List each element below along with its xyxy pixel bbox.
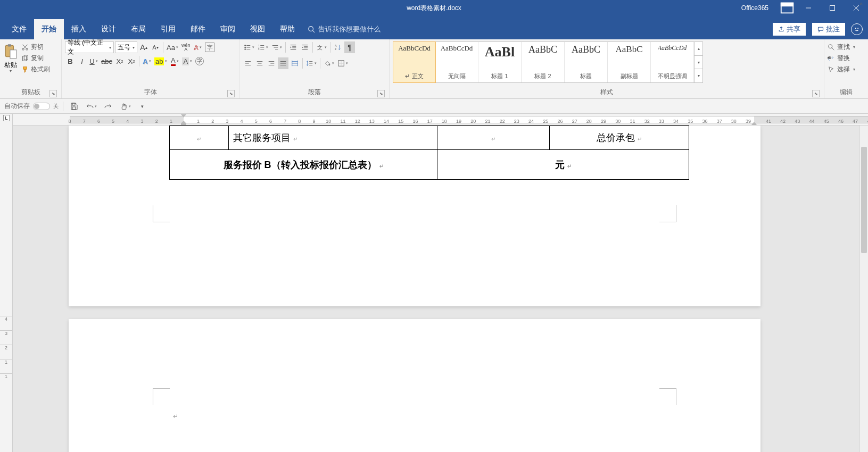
tab-布局[interactable]: 布局 bbox=[123, 19, 153, 39]
tab-邮件[interactable]: 邮件 bbox=[183, 19, 213, 39]
paste-button[interactable]: 粘贴 ▾ bbox=[3, 41, 21, 73]
bullets-button[interactable] bbox=[243, 41, 255, 53]
scroll-down-icon[interactable]: ▾ bbox=[695, 56, 702, 70]
tab-引用[interactable]: 引用 bbox=[153, 19, 183, 39]
hanging-indent-marker[interactable] bbox=[181, 121, 186, 125]
cut-button[interactable]: 剪切 bbox=[21, 43, 50, 52]
find-button[interactable]: 查找▾ bbox=[828, 43, 855, 52]
align-left-button[interactable] bbox=[243, 57, 253, 69]
table-cell[interactable]: 元 ↵ bbox=[437, 150, 689, 180]
document-table[interactable]: ↵ 其它服务项目 ↵ ↵ 总价承包 ↵ 服务报价 B（转入投标报价汇总表） ↵ … bbox=[169, 125, 689, 180]
ribbon-display-options-icon[interactable] bbox=[779, 0, 795, 16]
shrink-font-button[interactable]: A▾ bbox=[150, 41, 161, 53]
align-center-button[interactable] bbox=[254, 57, 265, 69]
page-2[interactable]: ↵ bbox=[69, 319, 760, 452]
font-launcher[interactable]: ⬊ bbox=[227, 90, 235, 97]
asian-layout-button[interactable]: 文 bbox=[315, 41, 328, 53]
table-cell[interactable]: ↵ bbox=[170, 126, 229, 150]
feedback-smiley-icon[interactable] bbox=[851, 23, 863, 35]
comment-button[interactable]: 批注 bbox=[812, 22, 846, 36]
touch-mode-button[interactable] bbox=[119, 100, 131, 113]
table-row[interactable]: 服务报价 B（转入投标报价汇总表） ↵ 元 ↵ bbox=[170, 150, 689, 180]
undo-button[interactable] bbox=[85, 100, 97, 113]
autosave-toggle[interactable]: 自动保存 关 bbox=[4, 102, 59, 111]
table-cell[interactable]: 总价承包 ↵ bbox=[550, 126, 689, 150]
bold-button[interactable]: B bbox=[65, 55, 76, 67]
distributed-button[interactable] bbox=[290, 57, 300, 69]
expand-gallery-icon[interactable]: ▾ bbox=[695, 69, 702, 82]
paragraph-launcher[interactable]: ⬊ bbox=[377, 90, 385, 97]
numbering-button[interactable]: 123 bbox=[257, 41, 269, 53]
highlight-button[interactable]: ab bbox=[153, 55, 168, 67]
clear-formatting-button[interactable]: A̷ bbox=[192, 41, 203, 53]
style-标题[interactable]: AaBbC标题 bbox=[565, 42, 608, 82]
style-标题 1[interactable]: AaBl标题 1 bbox=[478, 42, 522, 82]
underline-button[interactable]: U bbox=[88, 55, 99, 67]
styles-launcher[interactable]: ⬊ bbox=[812, 90, 820, 97]
first-line-indent-marker[interactable] bbox=[181, 114, 186, 118]
gallery-scroll[interactable]: ▴▾▾ bbox=[694, 42, 702, 82]
replace-button[interactable]: ab替换 bbox=[828, 54, 850, 63]
select-button[interactable]: 选择▾ bbox=[828, 65, 855, 74]
text-effects-button[interactable]: A bbox=[142, 55, 152, 67]
shading-button[interactable] bbox=[323, 57, 335, 69]
table-cell[interactable]: 服务报价 B（转入投标报价汇总表） ↵ bbox=[170, 150, 437, 180]
styles-gallery[interactable]: AaBbCcDd↵ 正文AaBbCcDd无间隔AaBl标题 1AaBbC标题 2… bbox=[393, 41, 703, 83]
copy-button[interactable]: 复制 bbox=[21, 54, 50, 63]
change-case-button[interactable]: Aa bbox=[166, 41, 179, 53]
share-button[interactable]: 共享 bbox=[772, 22, 806, 36]
strikethrough-button[interactable]: abc bbox=[100, 55, 113, 67]
tab-设计[interactable]: 设计 bbox=[94, 19, 123, 39]
tell-me-search[interactable]: 告诉我你想要做什么 bbox=[302, 24, 386, 39]
tab-插入[interactable]: 插入 bbox=[64, 19, 94, 39]
table-row[interactable]: ↵ 其它服务项目 ↵ ↵ 总价承包 ↵ bbox=[170, 126, 689, 150]
font-name-combo[interactable]: 等线 (中文正文▾ bbox=[65, 41, 114, 53]
style-无间隔[interactable]: AaBbCcDd无间隔 bbox=[435, 42, 478, 82]
redo-button[interactable] bbox=[102, 100, 114, 113]
minimize-button[interactable] bbox=[796, 0, 820, 16]
character-shading-button[interactable]: A bbox=[181, 55, 193, 67]
tab-开始[interactable]: 开始 bbox=[34, 19, 64, 39]
right-indent-marker[interactable] bbox=[751, 122, 757, 125]
style-副标题[interactable]: AaBbC副标题 bbox=[608, 42, 651, 82]
tab-stop-selector[interactable]: L bbox=[3, 115, 10, 121]
enclose-characters-button[interactable]: 字 bbox=[204, 41, 216, 53]
justify-button[interactable] bbox=[278, 57, 288, 69]
vertical-ruler[interactable]: L 43211 bbox=[0, 114, 13, 452]
subscript-button[interactable]: X2 bbox=[114, 55, 125, 67]
tab-审阅[interactable]: 审阅 bbox=[213, 19, 243, 39]
superscript-button[interactable]: X2 bbox=[126, 55, 137, 67]
customize-qat-button[interactable]: ▾ bbox=[136, 100, 148, 113]
show-marks-button[interactable]: ¶ bbox=[344, 41, 355, 53]
increase-indent-button[interactable] bbox=[300, 41, 310, 53]
vertical-scrollbar[interactable] bbox=[859, 125, 868, 452]
italic-button[interactable]: I bbox=[77, 55, 87, 67]
style-正文[interactable]: AaBbCcDd↵ 正文 bbox=[393, 41, 436, 83]
save-button[interactable] bbox=[68, 100, 80, 113]
sort-button[interactable]: AZ bbox=[333, 41, 343, 53]
style-标题 2[interactable]: AaBbC标题 2 bbox=[522, 42, 565, 82]
style-不明显强调[interactable]: AaBbCcDd不明显强调 bbox=[651, 42, 694, 82]
table-cell[interactable]: ↵ bbox=[437, 126, 550, 150]
format-painter-button[interactable]: 格式刷 bbox=[21, 65, 50, 74]
font-color-button[interactable]: A bbox=[169, 55, 180, 67]
paste-dropdown-icon[interactable]: ▾ bbox=[10, 69, 12, 73]
clipboard-launcher[interactable]: ⬊ bbox=[49, 90, 57, 97]
collapse-ribbon-button[interactable]: ^ bbox=[856, 1, 866, 9]
line-spacing-button[interactable] bbox=[305, 57, 318, 69]
table-cell[interactable]: 其它服务项目 ↵ bbox=[228, 126, 437, 150]
tab-文件[interactable]: 文件 bbox=[4, 19, 34, 39]
tab-帮助[interactable]: 帮助 bbox=[272, 19, 302, 39]
font-size-combo[interactable]: 五号▾ bbox=[115, 41, 137, 53]
phonetic-guide-button[interactable]: wénA bbox=[180, 41, 192, 53]
align-right-button[interactable] bbox=[266, 57, 277, 69]
multilevel-list-button[interactable] bbox=[270, 41, 283, 53]
scroll-up-icon[interactable]: ▴ bbox=[695, 42, 702, 56]
grow-font-button[interactable]: A▴ bbox=[138, 41, 149, 53]
decrease-indent-button[interactable] bbox=[288, 41, 299, 53]
page-1[interactable]: ↵ 其它服务项目 ↵ ↵ 总价承包 ↵ 服务报价 B（转入投标报价汇总表） ↵ … bbox=[69, 125, 760, 306]
character-border-button[interactable]: 字 bbox=[194, 55, 205, 67]
scrollbar-thumb[interactable] bbox=[861, 147, 867, 253]
tab-视图[interactable]: 视图 bbox=[243, 19, 272, 39]
borders-button[interactable] bbox=[336, 57, 349, 69]
